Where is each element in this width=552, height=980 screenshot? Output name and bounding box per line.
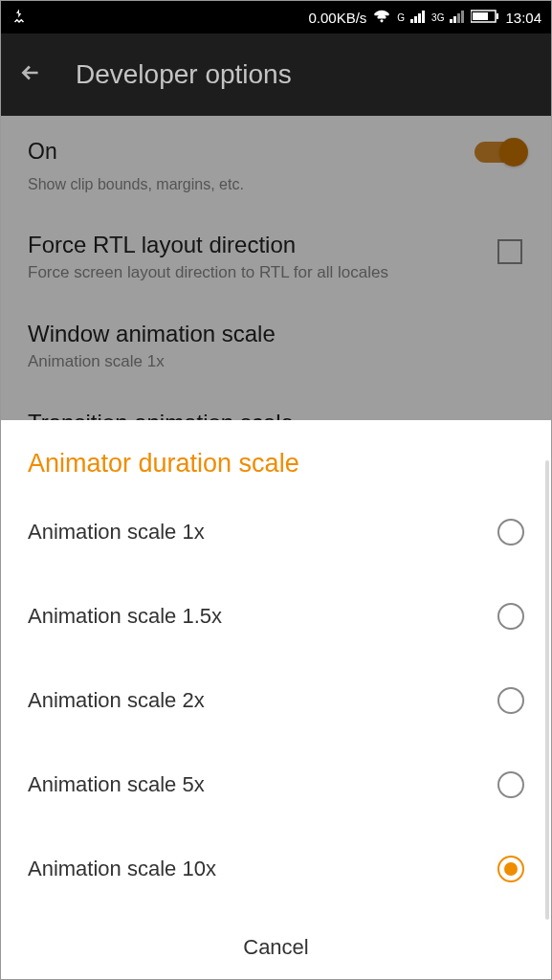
data-rate: 0.00KB/s [308, 10, 366, 26]
option-5x[interactable]: Animation scale 5x [28, 743, 524, 827]
master-toggle[interactable] [475, 142, 524, 163]
radio-icon-selected [497, 856, 524, 882]
page-title: Developer options [76, 59, 292, 90]
svg-rect-3 [422, 11, 425, 23]
signal-3g-label: 3G [431, 12, 444, 23]
toggle-knob [499, 138, 528, 167]
signal-icon-2 [450, 10, 465, 26]
option-label: Animation scale 1.5x [28, 604, 222, 629]
option-1-5x[interactable]: Animation scale 1.5x [28, 574, 524, 658]
window-scale-title: Window animation scale [28, 321, 524, 347]
cancel-button[interactable]: Cancel [28, 916, 524, 979]
back-arrow-icon[interactable] [18, 60, 43, 89]
clip-bounds-desc: Show clip bounds, margins, etc. [28, 172, 524, 212]
rtl-desc: Force screen layout direction to RTL for… [28, 263, 524, 282]
app-header: Developer options [1, 33, 551, 116]
rtl-checkbox[interactable] [497, 239, 522, 264]
settings-list: On Show clip bounds, margins, etc. Force… [1, 116, 551, 442]
radio-icon [497, 603, 524, 630]
radio-icon [497, 771, 524, 798]
option-label: Animation scale 2x [28, 688, 205, 713]
option-10x[interactable]: Animation scale 10x [28, 827, 524, 911]
option-label: Animation scale 1x [28, 520, 205, 545]
signal-icon-1 [410, 10, 426, 26]
option-label: Animation scale 5x [28, 772, 205, 797]
radio-icon [497, 687, 524, 714]
svg-rect-1 [414, 16, 417, 23]
rtl-title: Force RTL layout direction [28, 232, 524, 258]
svg-rect-2 [418, 13, 421, 23]
option-2x[interactable]: Animation scale 2x [28, 658, 524, 743]
option-label: Animation scale 10x [28, 857, 216, 881]
dialog-title: Animator duration scale [28, 449, 524, 479]
window-scale-row[interactable]: Window animation scale Animation scale 1… [28, 301, 524, 390]
rtl-row[interactable]: Force RTL layout direction Force screen … [28, 212, 524, 301]
svg-rect-5 [453, 16, 456, 23]
radio-icon [497, 519, 524, 546]
svg-rect-7 [461, 11, 464, 23]
svg-rect-4 [450, 19, 453, 23]
svg-rect-0 [410, 19, 413, 23]
signal-g-label: G [397, 12, 405, 23]
option-1x[interactable]: Animation scale 1x [28, 490, 524, 574]
dialog-options: Animation scale 1x Animation scale 1.5x … [28, 490, 524, 916]
activity-icon [11, 8, 28, 28]
battery-icon [471, 10, 499, 26]
svg-rect-9 [473, 12, 488, 20]
status-bar: 0.00KB/s G 3G 13:04 [1, 1, 551, 33]
svg-rect-10 [497, 13, 498, 19]
master-toggle-row[interactable]: On [28, 116, 524, 172]
scroll-indicator [545, 460, 549, 920]
window-scale-desc: Animation scale 1x [28, 352, 524, 371]
animator-scale-dialog: Animator duration scale Animation scale … [1, 420, 551, 979]
svg-rect-6 [457, 13, 460, 23]
wifi-icon [372, 9, 391, 27]
clock: 13:04 [505, 10, 541, 26]
on-label: On [28, 139, 57, 165]
